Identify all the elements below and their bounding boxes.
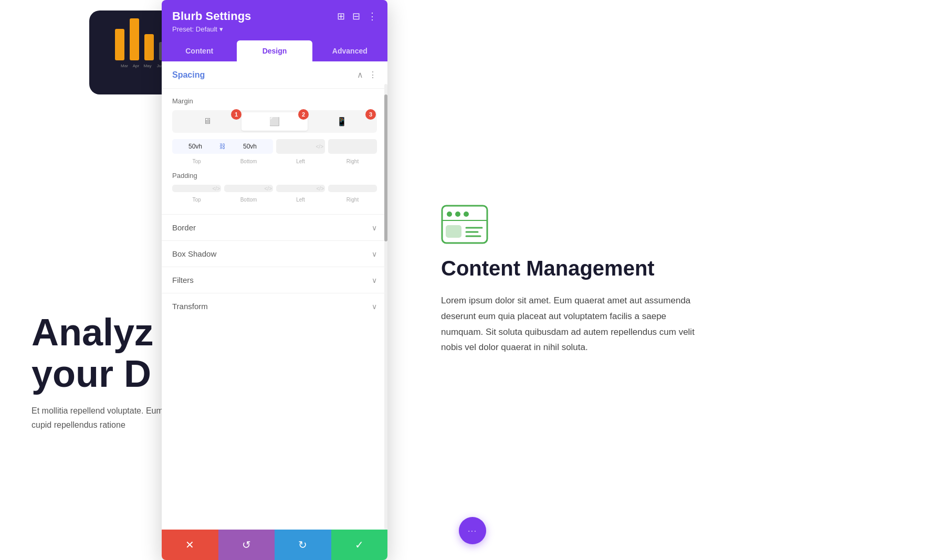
margin-left-input[interactable]: </> <box>276 139 325 154</box>
box-shadow-section[interactable]: Box Shadow ∨ <box>162 240 387 267</box>
badge-1: 1 <box>231 109 242 120</box>
padding-right-value <box>328 185 377 192</box>
background-page: Mar Apr May Ju Analyz your D Et mollitia… <box>0 0 945 560</box>
margin-left-value <box>276 143 314 150</box>
code-icon-pl: </> <box>316 186 325 192</box>
padding-bottom-value <box>224 185 264 192</box>
margin-top-bottom-linked[interactable]: 50vh ⛓ 50vh <box>172 139 273 154</box>
section-more-icon[interactable]: ⋮ <box>369 70 377 80</box>
padding-top-input[interactable]: </> <box>172 185 221 192</box>
code-icon-pt: </> <box>212 186 221 192</box>
panel-header: Blurb Settings ⊞ ⊟ ⋮ Preset: Default ▾ <box>162 0 387 40</box>
margin-top-value: 50vh <box>172 139 218 154</box>
collapse-icon[interactable]: ∧ <box>357 70 363 80</box>
padding-label: Padding <box>172 172 377 179</box>
cancel-icon: ✕ <box>185 538 194 551</box>
border-section[interactable]: Border ∨ <box>162 214 387 240</box>
more-options-icon[interactable]: ⋮ <box>368 10 377 22</box>
margin-bottom-value: 50vh <box>227 139 273 154</box>
save-icon: ✓ <box>355 538 364 551</box>
border-chevron: ∨ <box>372 224 377 232</box>
columns-icon[interactable]: ⊟ <box>352 10 360 22</box>
margin-bottom-label: Bottom <box>240 159 257 164</box>
panel-body: Spacing ∧ ⋮ Margin 🖥 1 ⬜ 2 📱 <box>162 61 387 530</box>
filters-chevron: ∨ <box>372 276 377 284</box>
transform-section[interactable]: Transform ∨ <box>162 293 387 319</box>
spacing-title: Spacing <box>172 70 205 80</box>
panel-tabs: Content Design Advanced <box>162 40 387 61</box>
bg-right-column: Content Management Lorem ipsum dolor sit… <box>399 0 945 560</box>
padding-left-value <box>276 185 316 192</box>
badge-2: 2 <box>298 109 309 120</box>
content-mgmt-title: Content Management <box>441 257 903 280</box>
content-mgmt-body: Lorem ipsum dolor sit amet. Eum quaerat … <box>441 293 704 355</box>
margin-right-label: Right <box>346 159 359 164</box>
filters-section[interactable]: Filters ∨ <box>162 267 387 293</box>
margin-top-label: Top <box>192 159 201 164</box>
code-icon-pb: </> <box>264 186 273 192</box>
focus-icon[interactable]: ⊞ <box>337 10 345 22</box>
redo-icon: ↻ <box>298 538 307 551</box>
padding-bottom-label: Bottom <box>240 197 257 203</box>
svg-point-1 <box>447 212 452 217</box>
tab-advanced[interactable]: Advanced <box>312 40 387 61</box>
padding-bottom-input[interactable]: </> <box>224 185 273 192</box>
padding-right-label: Right <box>346 197 359 203</box>
panel-header-icons: ⊞ ⊟ ⋮ <box>337 10 377 22</box>
panel-preset[interactable]: Preset: Default ▾ <box>172 25 377 33</box>
spacing-content: Margin 🖥 1 ⬜ 2 📱 3 <box>162 89 387 214</box>
box-shadow-title: Box Shadow <box>172 249 216 258</box>
device-tablet[interactable]: ⬜ 2 <box>242 112 308 131</box>
box-shadow-chevron: ∨ <box>372 250 377 258</box>
padding-top-label: Top <box>192 197 201 203</box>
margin-label: Margin <box>172 97 377 105</box>
transform-title: Transform <box>172 302 208 311</box>
undo-icon: ↺ <box>242 538 251 551</box>
blurb-settings-panel: Blurb Settings ⊞ ⊟ ⋮ Preset: Default ▾ C… <box>162 0 387 560</box>
filters-title: Filters <box>172 276 194 284</box>
margin-left-label: Left <box>296 159 305 164</box>
panel-title: Blurb Settings <box>172 9 251 23</box>
device-desktop[interactable]: 🖥 1 <box>174 112 240 131</box>
padding-left-input[interactable]: </> <box>276 185 325 192</box>
svg-rect-5 <box>446 226 461 237</box>
save-button[interactable]: ✓ <box>331 530 388 560</box>
link-icon: ⛓ <box>218 143 227 150</box>
border-title: Border <box>172 223 196 232</box>
desktop-icon: 🖥 <box>203 117 212 125</box>
panel-toolbar: ✕ ↺ ↻ ✓ <box>162 530 387 560</box>
margin-right-value <box>328 143 377 150</box>
floating-action-button[interactable]: ··· <box>459 517 486 544</box>
scroll-thumb <box>384 94 387 241</box>
cancel-button[interactable]: ✕ <box>162 530 218 560</box>
code-icon-left: </> <box>314 144 325 150</box>
redo-button[interactable]: ↻ <box>275 530 331 560</box>
spacing-section-header: Spacing ∧ ⋮ <box>162 61 387 89</box>
svg-point-3 <box>464 212 469 217</box>
mobile-icon: 📱 <box>337 117 347 126</box>
device-mobile[interactable]: 📱 3 <box>309 112 375 131</box>
device-selector: 🖥 1 ⬜ 2 📱 3 <box>172 110 377 133</box>
tab-content[interactable]: Content <box>162 40 237 61</box>
transform-chevron: ∨ <box>372 302 377 311</box>
badge-3: 3 <box>365 109 376 120</box>
svg-point-2 <box>455 212 460 217</box>
tab-design[interactable]: Design <box>237 40 312 61</box>
padding-left-label: Left <box>296 197 305 203</box>
padding-right-input[interactable] <box>328 185 377 192</box>
scrollbar[interactable] <box>384 84 387 530</box>
content-mgmt-icon <box>441 205 488 244</box>
margin-right-input[interactable] <box>328 139 377 154</box>
padding-top-value <box>172 185 212 192</box>
floating-btn-icon: ··· <box>468 526 477 535</box>
tablet-icon: ⬜ <box>269 117 280 126</box>
undo-button[interactable]: ↺ <box>218 530 275 560</box>
